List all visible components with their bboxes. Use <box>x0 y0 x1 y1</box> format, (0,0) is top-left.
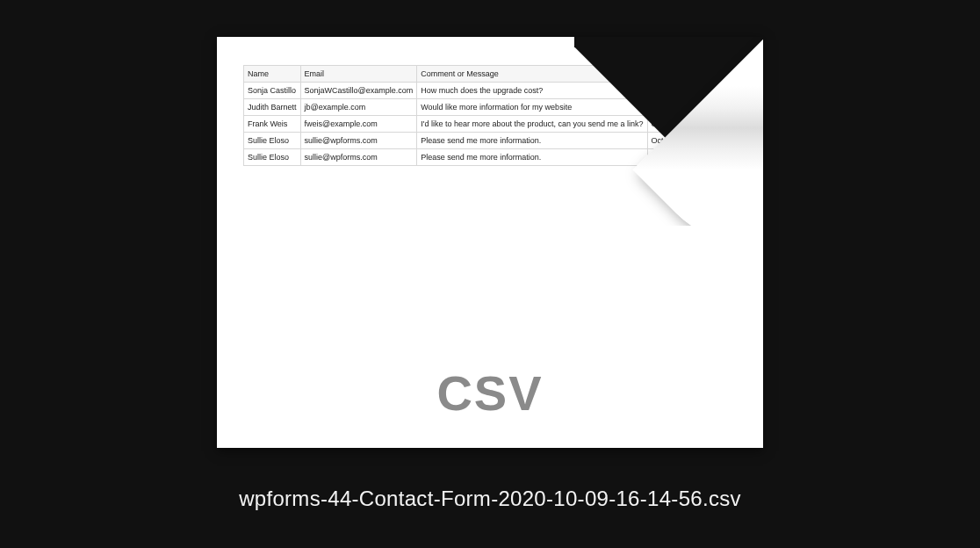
cell-name: Judith Barnett <box>244 99 301 116</box>
table-row: Frank Weis fweis@example.com I'd like to… <box>244 116 688 133</box>
cell-entry: October <box>647 116 687 133</box>
col-comment: Comment or Message <box>417 66 647 83</box>
background-pattern <box>0 522 980 548</box>
cell-comment: Please send me more information. <box>417 149 647 166</box>
cell-comment: I'd like to hear more about the product,… <box>417 116 647 133</box>
table-row: Sullie Eloso sullie@wpforms.com Please s… <box>244 149 688 166</box>
cell-email: sullie@wpforms.com <box>300 149 417 166</box>
cell-entry: October <box>647 99 687 116</box>
cell-entry: Septemb <box>647 149 687 166</box>
cell-name: Sullie Eloso <box>244 149 301 166</box>
file-name: wpforms-44-Contact-Form-2020-10-09-16-14… <box>0 487 980 511</box>
cell-email: SonjaWCastillo@example.com <box>300 83 417 99</box>
cell-comment: Please send me more information. <box>417 133 647 149</box>
preview-stage: Name Email Comment or Message Entry Sonj… <box>0 0 980 548</box>
cell-entry: October <box>647 133 687 149</box>
cell-name: Sullie Eloso <box>244 133 301 149</box>
col-email: Email <box>300 66 417 83</box>
csv-table: Name Email Comment or Message Entry Sonj… <box>243 65 688 166</box>
col-name: Name <box>244 66 301 83</box>
cell-comment: How much does the upgrade cost? <box>417 83 647 99</box>
table-row: Sonja Castillo SonjaWCastillo@example.co… <box>244 83 688 99</box>
cell-comment: Would like more information for my websi… <box>417 99 647 116</box>
cell-name: Sonja Castillo <box>244 83 301 99</box>
table-row: Sullie Eloso sullie@wpforms.com Please s… <box>244 133 688 149</box>
csv-table-wrap: Name Email Comment or Message Entry Sonj… <box>243 65 737 166</box>
file-type-label: CSV <box>217 364 763 422</box>
cell-email: fweis@example.com <box>300 116 417 133</box>
cell-email: jb@example.com <box>300 99 417 116</box>
cell-entry: October <box>647 83 687 99</box>
document-page: Name Email Comment or Message Entry Sonj… <box>217 37 763 448</box>
table-row: Judith Barnett jb@example.com Would like… <box>244 99 688 116</box>
cell-name: Frank Weis <box>244 116 301 133</box>
table-header-row: Name Email Comment or Message Entry <box>244 66 688 83</box>
col-entry: Entry <box>647 66 687 83</box>
cell-email: sullie@wpforms.com <box>300 133 417 149</box>
